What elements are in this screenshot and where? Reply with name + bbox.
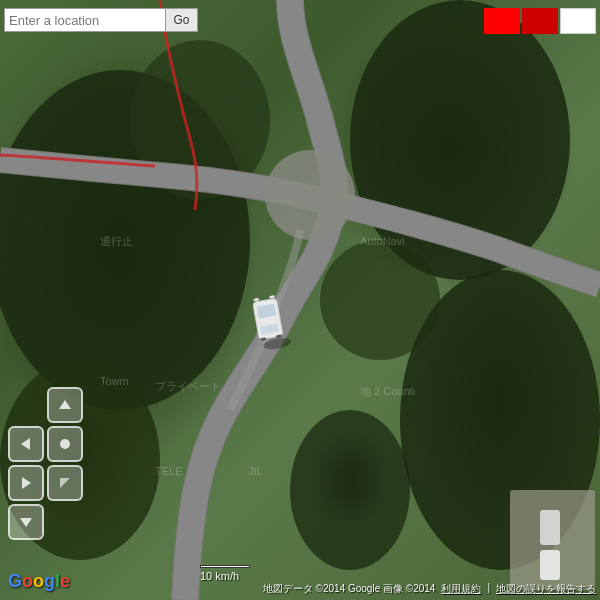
svg-text:Towm: Towm bbox=[100, 375, 129, 387]
scale-bar: 10 km/h bbox=[200, 565, 250, 582]
svg-marker-31 bbox=[20, 518, 32, 527]
svg-text:TELE: TELE bbox=[155, 465, 183, 477]
svg-marker-30 bbox=[60, 478, 70, 488]
white-square[interactable] bbox=[560, 8, 596, 34]
roads-overlay: 通行止 プライベート AutoNavi 地 2 Counti JIL TELE … bbox=[0, 0, 600, 600]
svg-marker-26 bbox=[59, 400, 71, 409]
attribution: 地図データ ©2014 Google 画像 ©2014 利用規約 | 地図の誤り… bbox=[263, 582, 596, 596]
map-container[interactable]: 通行止 プライベート AutoNavi 地 2 Counti JIL TELE … bbox=[0, 0, 600, 600]
svg-point-12 bbox=[269, 295, 275, 299]
nav-left-button[interactable] bbox=[8, 426, 44, 462]
svg-rect-18 bbox=[540, 550, 560, 580]
svg-text:通行止: 通行止 bbox=[100, 235, 133, 247]
svg-point-4 bbox=[290, 410, 410, 570]
nav-down-button[interactable] bbox=[8, 504, 44, 540]
svg-rect-17 bbox=[540, 510, 560, 545]
separator: | bbox=[487, 582, 490, 596]
svg-point-6 bbox=[320, 240, 440, 360]
report-link[interactable]: 地図の誤りを報告する bbox=[496, 582, 596, 596]
svg-text:地 2 Counti: 地 2 Counti bbox=[359, 385, 415, 397]
svg-point-7 bbox=[265, 150, 355, 240]
nav-right-button[interactable] bbox=[8, 465, 44, 501]
nav-controls bbox=[8, 387, 83, 540]
terms-link[interactable]: 利用規約 bbox=[441, 582, 481, 596]
dark-red-square[interactable] bbox=[522, 8, 558, 34]
go-button[interactable]: Go bbox=[166, 8, 198, 32]
svg-point-28 bbox=[60, 439, 70, 449]
svg-text:AutoNavi: AutoNavi bbox=[360, 235, 405, 247]
scale-line bbox=[200, 565, 250, 568]
nav-empty-1 bbox=[8, 387, 44, 423]
map-data-text: 地図データ ©2014 Google 画像 ©2014 bbox=[263, 582, 436, 596]
color-controls bbox=[484, 8, 596, 34]
svg-marker-27 bbox=[21, 438, 30, 450]
nav-up-button[interactable] bbox=[47, 387, 83, 423]
search-input[interactable] bbox=[4, 8, 166, 32]
nav-center-button[interactable] bbox=[47, 426, 83, 462]
search-bar: Go bbox=[4, 8, 198, 32]
red-square[interactable] bbox=[484, 8, 520, 34]
scale-label: 10 km/h bbox=[200, 570, 239, 582]
svg-text:JIL: JIL bbox=[248, 465, 263, 477]
google-logo: Google bbox=[8, 571, 70, 592]
svg-marker-29 bbox=[22, 477, 31, 489]
svg-text:プライベート: プライベート bbox=[155, 380, 221, 392]
nav-down-left-button[interactable] bbox=[47, 465, 83, 501]
